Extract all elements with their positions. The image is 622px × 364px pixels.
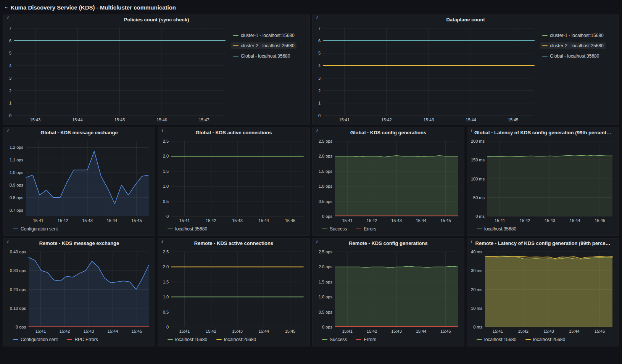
- chart-area[interactable]: 00.51.01.52.02.515:4115:4215:4315:4415:4…: [160, 137, 306, 224]
- legend-item[interactable]: Global - localhost:35680: [540, 53, 601, 60]
- chart-area[interactable]: 0.7 ops0.8 ops0.9 ops1.0 ops1.1 ops1.2 o…: [5, 137, 152, 224]
- legend-label: Configuration sent: [21, 226, 58, 232]
- info-icon[interactable]: i: [160, 239, 164, 245]
- chart-canvas: 0 ms50 ms100 ms150 ms200 ms15:4115:4215:…: [469, 137, 616, 224]
- chart-canvas: 0123456715:4115:4215:4315:4415:45: [314, 24, 537, 123]
- legend: localhost:15680localhost:25680: [469, 335, 616, 345]
- x-tick-label: 15:42: [367, 218, 377, 223]
- legend: Configuration sentRPC Errors: [5, 335, 152, 345]
- legend-item[interactable]: RPC Errors: [65, 336, 100, 343]
- y-tick-label: 100 ms: [471, 177, 485, 181]
- legend-series-marker: [216, 339, 222, 340]
- info-icon[interactable]: i: [314, 16, 319, 21]
- y-tick-label: 2.5 ops: [319, 250, 333, 254]
- legend-series-marker: [322, 339, 327, 340]
- legend-item[interactable]: cluster-1 - localhost:15680: [540, 32, 606, 39]
- x-tick-label: 15:41: [495, 218, 505, 223]
- panel-body: 0.7 ops0.8 ops0.9 ops1.0 ops1.1 ops1.2 o…: [3, 137, 155, 235]
- legend-item[interactable]: cluster-1 - localhost:15680: [231, 32, 296, 39]
- y-tick-label: 7: [318, 26, 321, 31]
- x-tick-label: 15:42: [58, 218, 68, 223]
- legend-label: localhost:15680: [175, 337, 207, 342]
- legend-series-marker: [168, 229, 173, 229]
- y-tick-label: 1.5 ops: [319, 169, 333, 174]
- x-tick-label: 15:42: [520, 218, 530, 223]
- legend-item[interactable]: localhost:15680: [475, 336, 518, 343]
- panel-body: 0 ops0.5 ops1.0 ops1.5 ops2.0 ops2.5 ops…: [313, 137, 464, 235]
- x-tick-label: 15:43: [391, 218, 402, 223]
- y-tick-label: 10 ms: [471, 306, 482, 311]
- y-tick-label: 0.40 ops: [10, 250, 26, 254]
- legend-item[interactable]: Errors: [354, 225, 378, 232]
- legend-item[interactable]: Errors: [354, 336, 378, 343]
- legend-item[interactable]: Global - localhost:35680: [231, 53, 292, 60]
- panel-body: 0123456715:4115:4215:4315:4415:45 cluste…: [313, 24, 619, 125]
- y-tick-label: 40 ms: [471, 250, 482, 254]
- legend-item[interactable]: Success: [320, 225, 349, 232]
- legend-series-marker: [322, 229, 327, 229]
- chart-area[interactable]: 0 ms50 ms100 ms150 ms200 ms15:4115:4215:…: [469, 137, 616, 224]
- chart-canvas: 00.51.01.52.02.515:4115:4215:4315:4415:4…: [160, 137, 306, 224]
- x-tick-label: 15:42: [367, 329, 377, 333]
- x-tick-label: 15:41: [179, 329, 190, 333]
- panel-3: i Global - KDS message exchange 0.7 ops0…: [3, 127, 155, 236]
- x-tick-label: 15:45: [132, 329, 142, 333]
- info-icon[interactable]: i: [5, 16, 10, 21]
- x-tick-label: 15:41: [342, 329, 353, 333]
- panel-title[interactable]: Global - KDS message exchange: [3, 128, 155, 137]
- legend-item[interactable]: localhost:35680: [166, 225, 209, 232]
- chart-area[interactable]: 0123456715:4115:4215:4315:4415:45: [314, 24, 537, 123]
- legend-item[interactable]: cluster-2 - localhost:25680: [231, 42, 296, 49]
- chart-area[interactable]: 0 ms10 ms20 ms30 ms40 ms15:4115:4215:431…: [469, 248, 616, 335]
- chart-area[interactable]: 00.51.01.52.02.515:4115:4215:4315:4415:4…: [160, 248, 306, 335]
- info-icon[interactable]: i: [469, 239, 474, 245]
- x-tick-label: 15:41: [179, 218, 190, 223]
- panel-title[interactable]: Dataplane count: [313, 15, 619, 24]
- panel-1: i Policies count (sync check) 0123456715…: [3, 14, 310, 125]
- info-icon[interactable]: i: [5, 239, 10, 245]
- legend-label: cluster-2 - localhost:25680: [550, 43, 604, 48]
- y-tick-label: 0: [166, 214, 169, 219]
- panel-title[interactable]: Remote - Latency of KDS config generatio…: [467, 238, 619, 248]
- legend-item[interactable]: Configuration sent: [11, 225, 60, 232]
- y-tick-label: 3: [9, 76, 11, 81]
- panel-body: 0 ops0.10 ops0.20 ops0.30 ops0.40 ops15:…: [3, 248, 155, 346]
- series-fill: [335, 266, 458, 327]
- y-tick-label: 0.5 ops: [319, 199, 333, 204]
- legend-item[interactable]: localhost:25680: [524, 336, 567, 343]
- panel-title[interactable]: Global - Latency of KDS config generatio…: [467, 128, 619, 137]
- legend-series-marker: [542, 56, 548, 56]
- legend-item[interactable]: localhost:35680: [475, 225, 518, 232]
- x-tick-label: 15:43: [232, 218, 243, 223]
- legend: cluster-1 - localhost:15680cluster-2 - l…: [228, 24, 306, 123]
- legend-item[interactable]: Configuration sent: [11, 336, 60, 343]
- panel-2: i Dataplane count 0123456715:4115:4215:4…: [312, 14, 619, 125]
- y-tick-label: 0.20 ops: [10, 287, 26, 292]
- legend-item[interactable]: Success: [320, 336, 349, 343]
- x-tick-label: 15:42: [206, 329, 216, 333]
- panel-title[interactable]: Policies count (sync check): [3, 15, 309, 24]
- info-icon[interactable]: i: [5, 129, 10, 134]
- info-icon[interactable]: i: [314, 129, 319, 134]
- x-tick-label: 15:44: [570, 218, 580, 223]
- panel-title[interactable]: Remote - KDS active connections: [158, 238, 309, 248]
- y-tick-label: 2.0: [163, 264, 169, 269]
- panel-title[interactable]: Remote - KDS message exchange: [3, 238, 155, 248]
- series-fill: [485, 256, 612, 327]
- legend-item[interactable]: localhost:25680: [214, 336, 258, 343]
- y-tick-label: 2.5 ops: [319, 139, 333, 143]
- panel-title[interactable]: Global - KDS config generations: [313, 128, 464, 137]
- legend-item[interactable]: cluster-2 - localhost:25680: [540, 42, 606, 49]
- x-tick-label: 15:44: [416, 329, 427, 333]
- dashboard-row-header[interactable]: ⌄ Kuma Discovery Service (KDS) - Multicl…: [4, 2, 176, 12]
- chart-area[interactable]: 0 ops0.5 ops1.0 ops1.5 ops2.0 ops2.5 ops…: [314, 248, 461, 335]
- info-icon[interactable]: i: [160, 129, 164, 134]
- panel-title[interactable]: Remote - KDS config generations: [313, 238, 464, 248]
- legend-item[interactable]: localhost:15680: [166, 336, 209, 343]
- info-icon[interactable]: i: [314, 239, 319, 245]
- chart-area[interactable]: 0 ops0.10 ops0.20 ops0.30 ops0.40 ops15:…: [5, 248, 152, 335]
- chart-area[interactable]: 0 ops0.5 ops1.0 ops1.5 ops2.0 ops2.5 ops…: [314, 137, 461, 224]
- chart-area[interactable]: 0123456715:4315:4415:4515:4615:47: [5, 24, 228, 123]
- info-icon[interactable]: i: [469, 129, 474, 134]
- panel-title[interactable]: Global - KDS active connections: [158, 128, 309, 137]
